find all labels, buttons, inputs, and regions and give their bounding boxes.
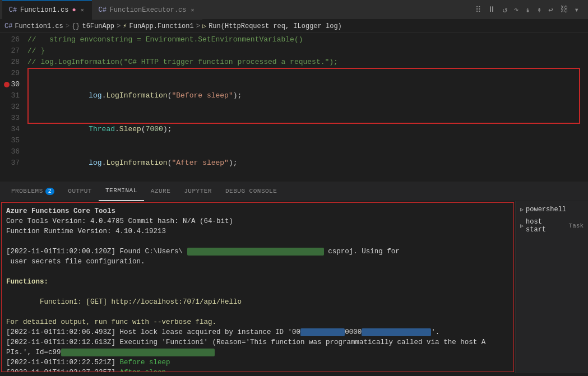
code-line-28: // log.LogInformation("C# HTTP trigger f… [25,57,588,68]
tab-functionexecutor-cs[interactable]: C# FunctionExecutor.cs ✕ [92,0,202,20]
terminal-task-label: Task [569,222,584,229]
line-num-37: 37 [0,157,20,169]
breadcrumb-arrow: ▷ [202,22,206,30]
terminal-line-after-sleep: [2022-11-01T11:02:37.235Z] After sleep [6,368,509,372]
breadcrumb-method[interactable]: Run(HttpRequest req, ILogger log) [209,22,342,30]
code-line-26: // string envconstring = Environment.Set… [25,34,588,45]
breadcrumb: C# Function1.cs > {} t6FunApp > ⚡ FunApp… [0,20,588,33]
toolbar-step-into-icon[interactable]: ↡ [523,3,532,17]
terminal-line-executing: [2022-11-01T11:02:12.613Z] Executing 'Fu… [6,337,509,347]
toolbar-link-icon[interactable]: ⛓ [558,3,570,16]
code-area: 26 27 28 29 30 31 32 33 34 35 36 37 // s… [0,33,588,182]
breadcrumb-sep3: > [196,22,200,30]
terminal-powershell-label: powershell [526,206,566,213]
tab-problems[interactable]: PROBLEMS 2 [4,182,61,201]
tab-jupyter-label: JUPYTER [184,188,212,194]
tab-output[interactable]: OUTPUT [61,182,99,201]
breakpoint-dot [4,82,10,87]
terminal-sidebar: ▷ powershell ▷ host start Task [515,201,588,373]
tab-label-executor: FunctionExecutor.cs [110,6,187,14]
breadcrumb-sep1: > [66,22,70,30]
terminal-functions-label: Functions: [6,277,509,287]
tab-azure-label: AZURE [151,188,171,194]
problems-badge: 2 [45,188,55,195]
terminal-blank2 [6,267,509,277]
tab-terminal-label: TERMINAL [105,187,137,194]
line-num-29: 29 [0,68,20,79]
breadcrumb-file: C# [4,22,12,30]
line-num-34: 34 [0,124,20,135]
breadcrumb-classname[interactable]: FunApp.Function1 [129,22,193,30]
terminal-line-hostlock: [2022-11-01T11:02:06.493Z] Host lock lea… [6,327,509,337]
tab-bar: C# Function1.cs ● ✕ C# FunctionExecutor.… [0,0,588,20]
breadcrumb-lightning: ⚡ [123,22,127,30]
terminal-line-version1: Core Tools Version: 4.0.4785 Commit hash… [6,216,509,226]
csharp-icon-2: C# [99,6,107,14]
line-numbers: 26 27 28 29 30 31 32 33 34 35 36 37 [0,33,25,182]
code-line-27: // } [25,45,588,57]
breadcrumb-sep2: > [117,22,121,30]
terminal-container: Azure Functions Core Tools Core Tools Ve… [0,201,588,373]
terminal-arrow-icon-2: ▷ [520,222,524,229]
panel-tabs: PROBLEMS 2 OUTPUT TERMINAL AZURE JUPYTER… [0,182,588,201]
tab-function1-cs[interactable]: C# Function1.cs ● ✕ [2,0,92,20]
toolbar-grid-icon[interactable]: ⠿ [473,3,483,17]
terminal-line-before-sleep: [2022-11-01T11:02:22.521Z] Before sleep [6,358,509,368]
tab-close-executor[interactable]: ✕ [189,6,195,15]
terminal-blank1 [6,236,509,247]
terminal-blank4 [6,307,509,317]
terminal-line-version2: Function Runtime Version: 4.10.4.19213 [6,226,509,236]
toolbar-undo-icon[interactable]: ↩ [546,3,555,17]
tab-close-function1[interactable]: ✕ [80,6,85,15]
line-num-27: 27 [0,45,20,57]
tab-azure[interactable]: AZURE [144,182,178,201]
tab-jupyter[interactable]: JUPYTER [177,182,219,201]
tab-label-function1: Function1.cs [20,6,68,14]
terminal-line-title: Azure Functions Core Tools [6,206,509,216]
csharp-icon: C# [9,6,17,14]
breadcrumb-braces: {} [72,22,80,30]
terminal-sidebar-powershell[interactable]: ▷ powershell [516,203,588,216]
line-num-26: 26 [0,34,20,45]
line-num-33: 33 [0,113,20,124]
terminal-function1-url: Function1: [GET] http://localhost:7071/a… [6,297,509,307]
tab-debug-console[interactable]: DEBUG CONSOLE [219,182,284,201]
line-num-28: 28 [0,57,20,68]
breadcrumb-appname[interactable]: t6FunApp [82,22,114,30]
toolbar-restart-icon[interactable]: ↺ [500,3,509,17]
code-line-32: log.LogInformation("After sleep"); [25,146,588,180]
line-num-36: 36 [0,146,20,157]
line-num-30: 30 [0,79,20,90]
terminal-sidebar-hoststart[interactable]: ▷ host start Task [516,216,588,236]
toolbar-step-out-icon[interactable]: ↟ [535,3,544,17]
code-line-30: log.LogInformation("Before sleep"); [25,79,588,113]
line-num-32: 32 [0,101,20,113]
tab-terminal[interactable]: TERMINAL [99,182,144,201]
toolbar-step-over-icon[interactable]: ↷ [512,3,521,17]
code-line-31: Thread.Sleep(7000); [25,113,588,146]
tab-debug-label: DEBUG CONSOLE [225,188,277,194]
line-num-31: 31 [0,90,20,101]
terminal-line-found: [2022-11-01T11:02:00.120Z] Found C:\User… [6,247,509,257]
toolbar-icons: ⠿ ⏸ ↺ ↷ ↡ ↟ ↩ ⛓ ▾ [473,3,586,17]
terminal-output[interactable]: Azure Functions Core Tools Core Tools Ve… [1,202,514,372]
terminal-line-secrets: user secrets file configuration. [6,257,509,267]
toolbar-more-icon[interactable]: ▾ [572,3,581,17]
line-num-35: 35 [0,135,20,146]
toolbar-pause-icon[interactable]: ⏸ [485,3,498,16]
terminal-blank3 [6,287,509,297]
terminal-verbose: For detailed output, run func with --ver… [6,317,509,327]
code-content[interactable]: // string envconstring = Environment.Set… [25,33,588,182]
tab-problems-label: PROBLEMS [11,188,43,194]
code-line-29 [25,68,588,79]
breadcrumb-file-name[interactable]: Function1.cs [15,22,63,30]
tab-output-label: OUTPUT [68,188,92,194]
terminal-hoststart-label: host start [526,218,566,234]
modified-dot: ● [72,6,76,14]
terminal-line-pis: PIs.', Id=c99 [6,347,509,358]
terminal-arrow-icon: ▷ [520,206,524,213]
